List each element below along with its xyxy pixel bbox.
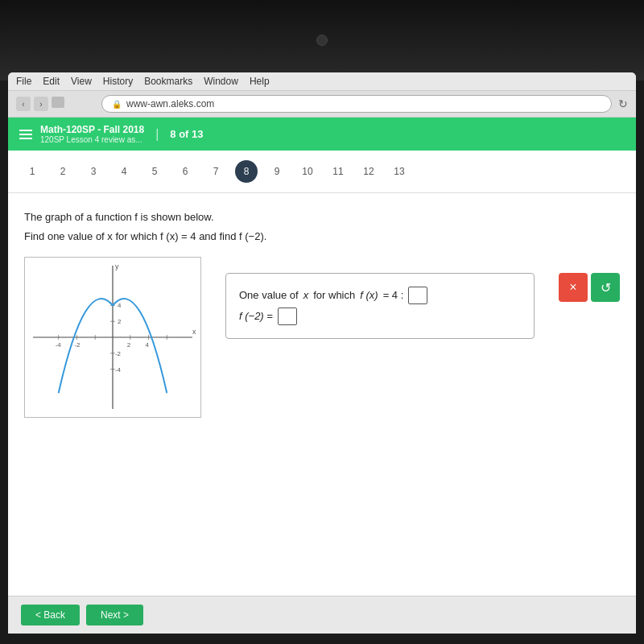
q-13[interactable]: 13 <box>388 160 411 183</box>
aleks-header: Math-120SP - Fall 2018 120SP Lesson 4 re… <box>8 118 636 151</box>
url-text: www-awn.aleks.com <box>126 98 214 109</box>
hamburger-menu[interactable] <box>19 130 32 139</box>
header-info: Math-120SP - Fall 2018 120SP Lesson 4 re… <box>40 124 144 144</box>
menu-view[interactable]: View <box>71 76 92 87</box>
answer-input-2[interactable] <box>278 308 297 325</box>
q-3[interactable]: 3 <box>82 160 105 183</box>
progress-text: 8 of 13 <box>170 128 203 140</box>
lesson-title: 120SP Lesson 4 review as... <box>40 135 144 144</box>
laptop-bezel <box>0 0 644 80</box>
svg-text:y: y <box>115 262 119 270</box>
answer-box: One value of x for which f (x) = 4 : f (… <box>225 273 535 339</box>
menu-history[interactable]: History <box>103 76 133 87</box>
answer-prefix: One value of <box>239 285 299 306</box>
next-button[interactable]: Next > <box>86 605 143 625</box>
svg-text:-4: -4 <box>56 341 62 349</box>
function-graph: x y -4 -2 2 4 4 2 -2 -4 <box>25 258 200 417</box>
main-content: The graph of a function f is shown below… <box>8 193 636 596</box>
svg-text:-2: -2 <box>74 341 80 349</box>
browser-window: File Edit View History Bookmarks Window … <box>8 72 636 634</box>
webcam <box>316 35 328 46</box>
svg-text:x: x <box>192 328 196 336</box>
menu-file[interactable]: File <box>16 76 31 87</box>
answer-x-var: x <box>303 285 309 306</box>
forward-button[interactable]: › <box>34 97 48 111</box>
refresh-button[interactable]: ↻ <box>618 97 628 110</box>
menu-bar: File Edit View History Bookmarks Window … <box>8 72 636 91</box>
problem-line2: Find one value of x for which f (x) = 4 … <box>24 229 620 245</box>
answer-line1: One value of x for which f (x) = 4 : <box>239 285 521 306</box>
q-5[interactable]: 5 <box>143 160 166 183</box>
answer-f-neg2: f (−2) = <box>239 306 273 327</box>
submit-button[interactable]: ↺ <box>591 273 620 302</box>
q-12[interactable]: 12 <box>357 160 380 183</box>
svg-text:4: 4 <box>146 341 150 349</box>
svg-text:2: 2 <box>118 318 121 325</box>
svg-text:4: 4 <box>118 302 122 309</box>
question-nav: 1 2 3 4 5 6 7 8 9 10 11 12 13 <box>8 151 636 193</box>
svg-text:2: 2 <box>127 341 130 349</box>
action-buttons: × ↺ <box>559 273 620 302</box>
back-button[interactable]: ‹ <box>16 97 31 111</box>
answer-equals: = 4 : <box>383 285 404 306</box>
q-2[interactable]: 2 <box>52 160 74 183</box>
tab-icon <box>52 97 64 108</box>
problem-line1: The graph of a function f is shown below… <box>24 209 620 225</box>
back-button[interactable]: < Back <box>21 605 80 625</box>
content-row: x y -4 -2 2 4 4 2 -2 -4 <box>24 257 620 418</box>
q-10[interactable]: 10 <box>296 160 319 183</box>
menu-edit[interactable]: Edit <box>43 76 60 87</box>
answer-input-1[interactable] <box>408 287 427 304</box>
course-title: Math-120SP - Fall 2018 <box>40 124 144 135</box>
address-bar-row: ‹ › 🔒 www-awn.aleks.com ↻ <box>8 91 636 118</box>
q-1[interactable]: 1 <box>21 160 43 183</box>
clear-button[interactable]: × <box>559 273 588 302</box>
menu-window[interactable]: Window <box>204 76 238 87</box>
q-6[interactable]: 6 <box>174 160 196 183</box>
lock-icon: 🔒 <box>112 100 122 109</box>
address-bar[interactable]: 🔒 www-awn.aleks.com <box>101 95 612 113</box>
menu-bookmarks[interactable]: Bookmarks <box>144 76 192 87</box>
menu-help[interactable]: Help <box>250 76 270 87</box>
nav-buttons: ‹ › <box>16 97 64 111</box>
q-9[interactable]: 9 <box>266 160 288 183</box>
graph-container: x y -4 -2 2 4 4 2 -2 -4 <box>24 257 201 418</box>
answer-section: One value of x for which f (x) = 4 : f (… <box>225 273 535 339</box>
answer-for-which: for which <box>313 285 355 306</box>
answer-line2: f (−2) = <box>239 306 521 327</box>
svg-text:-2: -2 <box>115 350 121 357</box>
q-7[interactable]: 7 <box>204 160 227 183</box>
q-8[interactable]: 8 <box>235 160 258 183</box>
svg-text:-4: -4 <box>115 366 122 374</box>
answer-fx: f (x) <box>360 285 378 306</box>
q-4[interactable]: 4 <box>113 160 135 183</box>
q-11[interactable]: 11 <box>327 160 349 183</box>
bottom-bar: < Back Next > <box>8 596 636 634</box>
header-divider: | <box>155 127 159 142</box>
